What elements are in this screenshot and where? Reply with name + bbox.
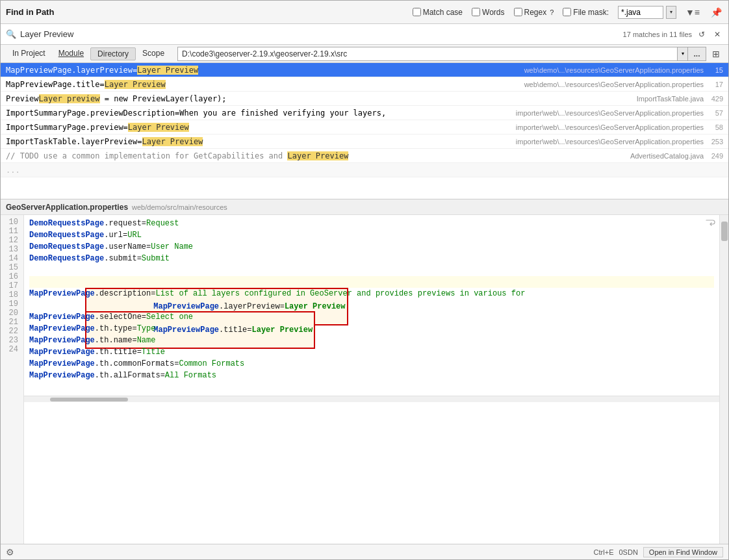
scope-bar: In Project Module Directory Scope ▾ ... …	[1, 45, 728, 63]
result-line-num: 249	[708, 152, 723, 160]
tab-in-project-label: In Project	[12, 49, 45, 58]
regex-option[interactable]: Regex ?	[514, 8, 554, 17]
result-highlight: Layer Preview	[137, 66, 198, 75]
code-line: DemoRequestsPage.userName=User Name	[29, 241, 714, 253]
result-row[interactable]: PreviewLayer preview = new PreviewLayer(…	[1, 92, 728, 106]
vscroll-thumb[interactable]	[721, 222, 728, 241]
path-input-wrap: ▾ ...	[177, 47, 706, 61]
settings-icon[interactable]: ⚙	[6, 547, 14, 557]
result-text: // TODO use a common implementation for …	[6, 151, 624, 160]
result-file: importer\web\...\resources\GeoServerAppl…	[516, 109, 704, 117]
result-prefix: MapPreviewPage.layerPreview=	[6, 66, 137, 75]
result-file: web\demo\...\resources\GeoServerApplicat…	[524, 66, 704, 74]
regex-checkbox[interactable]	[514, 8, 522, 16]
result-file: importer\web\...\resources\GeoServerAppl…	[516, 123, 704, 131]
result-text: ...	[6, 166, 723, 175]
result-highlight: Layer Preview	[105, 80, 166, 89]
result-row[interactable]: ...	[1, 163, 728, 177]
search-options: Match case Words Regex ? File mask: ▾ ▼≡…	[413, 5, 723, 19]
result-line-num: 58	[708, 123, 723, 131]
match-case-option[interactable]: Match case	[413, 8, 463, 17]
result-text: ImportSummaryPage.previewDescription=Whe…	[6, 108, 509, 118]
words-checkbox[interactable]	[472, 8, 480, 16]
tab-in-project[interactable]: In Project	[6, 47, 52, 60]
result-file: AdvertisedCatalog.java	[630, 152, 704, 160]
code-line-15: MapPreviewPage.layerPreview=Layer Previe…	[29, 276, 714, 288]
search-count: 17 matches in 11 files	[623, 31, 692, 38]
scope-tree-btn[interactable]: ⊞	[709, 47, 723, 61]
result-row[interactable]: MapPreviewPage.title=Layer Preview web\d…	[1, 77, 728, 92]
tab-module-label: Module	[58, 49, 84, 58]
code-line: DemoRequestsPage.submit=Submit	[29, 253, 714, 264]
code-line: MapPreviewPage.th.allFormats=All Formats	[29, 370, 714, 381]
toolbar: Find in Path Match case Words Regex ? Fi…	[1, 1, 728, 24]
code-area[interactable]: DemoRequestsPage.request=Request DemoReq…	[24, 215, 719, 396]
close-search-btn[interactable]: ✕	[711, 29, 723, 40]
pin-btn[interactable]: 📌	[709, 5, 723, 19]
result-line-num: 17	[708, 81, 723, 88]
result-file: ImportTaskTable.java	[637, 95, 704, 103]
hscroll-thumb[interactable]	[50, 398, 128, 401]
main-window: Find in Path Match case Words Regex ? Fi…	[0, 0, 729, 560]
result-text: ImportSummaryPage.preview=Layer Preview	[6, 123, 509, 132]
code-line: MapPreviewPage.th.title=Title	[29, 346, 714, 358]
result-highlight: Layer Preview	[287, 151, 348, 160]
file-mask-input[interactable]	[618, 6, 663, 19]
match-case-checkbox[interactable]	[413, 8, 421, 16]
match-case-label: Match case	[423, 8, 463, 17]
encoding-text: 0SDN	[619, 548, 637, 556]
editor-filename: GeoServerApplication.properties	[6, 203, 128, 212]
result-line-num: 15	[708, 66, 723, 74]
results-list: MapPreviewPage.layerPreview=Layer Previe…	[1, 63, 728, 199]
filter-btn[interactable]: ▼≡	[685, 5, 700, 19]
search-input[interactable]	[20, 29, 619, 39]
status-left: ⚙	[6, 547, 14, 557]
result-text: MapPreviewPage.layerPreview=Layer Previe…	[6, 66, 518, 75]
status-bar: ⚙ Ctrl+E 0SDN Open in Find Window	[1, 544, 728, 559]
path-dropdown-btn[interactable]: ▾	[678, 47, 688, 61]
result-text: MapPreviewPage.title=Layer Preview	[6, 80, 518, 89]
result-highlight: Layer Preview	[142, 137, 203, 146]
prev-match-btn[interactable]: ↺	[696, 29, 708, 40]
result-row[interactable]: ImportSummaryPage.previewDescription=Whe…	[1, 106, 728, 120]
result-file: web\demo\...\resources\GeoServerApplicat…	[524, 81, 704, 88]
tab-scope[interactable]: Scope	[136, 47, 171, 60]
result-line-num: 429	[708, 95, 723, 103]
result-text: PreviewLayer preview = new PreviewLayer(…	[6, 94, 630, 103]
code-line: MapPreviewPage.th.type=Type	[29, 323, 714, 335]
code-line-16: MapPreviewPage.description=List of all l…	[29, 288, 714, 299]
horizontal-scrollbar[interactable]	[24, 396, 719, 402]
regex-label: Regex	[524, 8, 547, 17]
result-row[interactable]: ImportTaskTable.layerPreview=Layer Previ…	[1, 134, 728, 149]
file-mask-checkbox[interactable]	[563, 8, 571, 16]
path-browse-btn[interactable]: ...	[688, 47, 706, 61]
file-mask-option[interactable]: File mask:	[563, 8, 609, 17]
tab-directory-label: Directory	[97, 49, 129, 58]
code-line	[29, 264, 714, 276]
code-line: MapPreviewPage.th.name=Name	[29, 335, 714, 346]
result-highlight: Layer preview	[39, 94, 100, 103]
result-row[interactable]: // TODO use a common implementation for …	[1, 149, 728, 163]
file-mask-dropdown-btn[interactable]: ▾	[666, 6, 676, 19]
result-highlight: Layer Preview	[128, 123, 189, 132]
toolbar-title: Find in Path	[6, 7, 54, 17]
result-row[interactable]: MapPreviewPage.layerPreview=Layer Previe…	[1, 63, 728, 77]
words-option[interactable]: Words	[472, 8, 504, 17]
regex-help-icon[interactable]: ?	[550, 8, 554, 16]
result-file: importer\web\...\resources\GeoServerAppl…	[516, 138, 704, 146]
tab-directory[interactable]: Directory	[90, 47, 136, 60]
result-line-num: 253	[708, 138, 723, 146]
open-in-find-window-btn[interactable]: Open in Find Window	[643, 547, 723, 557]
result-text: ImportTaskTable.layerPreview=Layer Previ…	[6, 137, 509, 146]
vertical-scrollbar[interactable]	[719, 215, 728, 544]
code-line: MapPreviewPage.th.commonFormats=Common F…	[29, 358, 714, 370]
result-line-num: 57	[708, 109, 723, 117]
path-input[interactable]	[177, 47, 678, 61]
file-mask-label: File mask:	[573, 8, 609, 17]
code-line: DemoRequestsPage.url=URL	[29, 229, 714, 241]
result-row[interactable]: ImportSummaryPage.preview=Layer Preview …	[1, 120, 728, 134]
soft-wrap-icon[interactable]	[705, 218, 715, 230]
code-line: MapPreviewPage.selectOne=Select one	[29, 311, 714, 323]
tab-module[interactable]: Module	[52, 47, 90, 60]
file-mask-input-group: ▾	[618, 6, 676, 19]
